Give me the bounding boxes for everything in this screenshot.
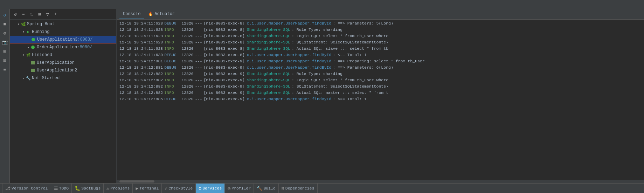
log-time: 12-18 18:24:12:881 — [119, 58, 163, 64]
log-level: INFO — [164, 71, 180, 77]
log-line: 12-18 18:24:11:628 DEBUG 12820 --- [nio-… — [117, 20, 644, 27]
tree-item-user-app2[interactable]: UserApplication2 — [10, 67, 116, 74]
tree-item-not-started[interactable]: 🔧 Not Started — [10, 74, 116, 82]
log-sep: --- — [195, 77, 202, 83]
action-restart[interactable]: ↺ — [1, 11, 9, 19]
log-class: ShardingSphere-SQL — [247, 77, 290, 83]
action-filter[interactable]: ⊞ — [1, 48, 9, 55]
tree-item-spring-boot[interactable]: 🌿 Spring Boot — [10, 20, 116, 28]
status-item-checkstyle[interactable]: ✓ CheckStyle — [162, 184, 196, 193]
toolbar-filter-btn[interactable]: ▽ — [44, 11, 51, 18]
log-line: 12-18 18:24:11:630 DEBUG 12820 --- [nio-… — [117, 52, 644, 58]
log-time: 12-18 18:24:12:885 — [119, 96, 163, 102]
spring-boot-label: Spring Boot — [27, 22, 55, 27]
log-level: DEBUG — [164, 52, 180, 58]
running-arrow — [21, 29, 26, 34]
scrollbar-thumb[interactable] — [119, 180, 154, 182]
log-sep: --- — [195, 96, 202, 102]
action-camera[interactable]: 📷 — [1, 39, 9, 46]
status-bar: ⎇ Version Control ☰ TODO 🐛 SpotBugs ⚠ Pr… — [0, 183, 644, 193]
tree-item-running[interactable]: ▶ Running — [10, 28, 116, 36]
status-item-version-control[interactable]: ⎇ Version Control — [2, 184, 51, 193]
status-item-terminal[interactable]: ▶ Terminal — [133, 184, 162, 193]
log-line: 12-18 18:24:11:628 INFO 12820 --- [nio-8… — [117, 27, 644, 33]
log-content: 12-18 18:24:11:628 DEBUG 12820 --- [nio-… — [117, 20, 644, 180]
horizontal-scrollbar[interactable] — [117, 180, 644, 183]
log-pid: 12820 — [181, 39, 194, 46]
not-started-icon: 🔧 — [26, 76, 31, 81]
log-pid: 12820 — [181, 83, 194, 90]
status-item-build[interactable]: 🔨 Build — [254, 184, 279, 193]
order-app-arrow — [26, 45, 31, 50]
log-thread: [nio-8083-exec-9] — [203, 83, 244, 90]
log-line: 12-18 18:24:11:628 INFO 12820 --- [nio-8… — [117, 46, 644, 52]
terminal-status-label: Terminal — [139, 186, 159, 191]
log-thread: [nio-8083-exec-9] — [203, 64, 244, 71]
status-item-services[interactable]: ⚙ Services — [196, 184, 225, 193]
log-level: INFO — [164, 33, 180, 39]
log-line: 12-18 18:24:11:628 INFO 12820 --- [nio-8… — [117, 33, 644, 39]
tree-item-user-app[interactable]: UserApplication — [10, 59, 116, 67]
status-item-profiler[interactable]: ◎ Profiler — [225, 184, 254, 193]
spotbugs-status-label: SpotBugs — [81, 186, 101, 191]
title-bar — [0, 0, 644, 9]
user-app3-icon — [31, 37, 36, 42]
log-sep: --- — [195, 90, 202, 96]
log-sep: --- — [195, 33, 202, 39]
log-message: : <== Total: 1 — [333, 52, 367, 58]
log-level: INFO — [164, 27, 180, 33]
spotbugs-status-icon: 🐛 — [75, 186, 80, 191]
log-pid: 12820 — [181, 20, 194, 27]
log-line: 12-18 18:24:11:628 INFO 12820 --- [nio-8… — [117, 39, 644, 46]
log-level: DEBUG — [164, 58, 180, 64]
log-pid: 12820 — [181, 64, 194, 71]
toolbar-restart-btn[interactable]: ↺ — [12, 11, 19, 18]
log-time: 12-18 18:24:11:630 — [119, 52, 163, 58]
action-settings[interactable]: ⚙ — [1, 29, 9, 37]
order-app-label: OrderApplication — [37, 45, 77, 50]
status-item-dependencies[interactable]: ≋ Dependencies — [279, 184, 318, 193]
log-thread: [nio-8083-exec-9] — [203, 77, 244, 83]
services-status-icon: ⚙ — [199, 186, 201, 191]
log-sep: --- — [195, 83, 202, 90]
log-message: : ==> Preparing: select * from tb_user — [333, 58, 424, 64]
log-message: : Actual SQL: slave ::: select * from tb — [292, 46, 388, 52]
profiler-status-icon: ◎ — [228, 186, 230, 191]
toolbar-collapse-btn[interactable]: ≡ — [20, 11, 27, 18]
toolbar-group-btn[interactable]: ⊞ — [36, 11, 43, 18]
tree-item-order-app[interactable]: OrderApplication :8080/ — [10, 43, 116, 51]
log-sep: --- — [195, 64, 202, 71]
spring-boot-arrow — [16, 22, 21, 27]
toolbar-sort-btn[interactable]: ⇅ — [28, 11, 35, 18]
user-app3-label: UserApplication3 — [37, 37, 77, 42]
log-class: c.i.user.mapper.UserMapper.findById — [247, 52, 332, 58]
log-class: c.i.user.mapper.UserMapper.findById — [247, 58, 332, 64]
status-item-todo[interactable]: ☰ TODO — [51, 184, 72, 193]
status-item-problems[interactable]: ⚠ Problems — [104, 184, 133, 193]
finished-label: Finished — [32, 53, 52, 57]
action-deploy[interactable]: ⊟ — [1, 57, 9, 64]
log-time: 12-18 18:24:11:628 — [119, 33, 163, 39]
tree-item-user-app3[interactable]: UserApplication3 :8083/ — [10, 36, 116, 43]
log-time: 12-18 18:24:12:882 — [119, 90, 163, 96]
tab-actuator[interactable]: 🔥 Actuator — [145, 9, 178, 19]
tree-item-finished[interactable]: 🌿 Finished — [10, 51, 116, 59]
services-status-label: Services — [202, 186, 222, 191]
log-message: : SQLStatement: SelectSQLStatementConte› — [292, 39, 388, 46]
user-app2-icon — [31, 68, 36, 73]
main-area: ↺ ■ ⚙ 📷 ⊞ ⊟ ≡ ↺ ≡ ⇅ ⊞ ▽ + 🌿 Spring Boot — [0, 9, 644, 183]
log-line: 12-18 18:24:12:881 DEBUG 12820 --- [nio-… — [117, 58, 644, 64]
log-message: : Actual SQL: master ::: select * from t — [292, 90, 388, 96]
toolbar-add-btn[interactable]: + — [52, 11, 59, 18]
action-list[interactable]: ≡ — [1, 66, 9, 74]
build-status-icon: 🔨 — [257, 186, 262, 191]
action-stop[interactable]: ■ — [1, 20, 9, 28]
log-sep: --- — [195, 58, 202, 64]
status-item-spotbugs[interactable]: 🐛 SpotBugs — [72, 184, 104, 193]
log-message: : Rule Type: sharding — [292, 71, 342, 77]
log-thread: [nio-8083-exec-8] — [203, 33, 244, 39]
service-tree: 🌿 Spring Boot ▶ Running UserApplication3… — [10, 20, 116, 183]
checkstyle-status-label: CheckStyle — [168, 186, 193, 191]
log-class: c.i.user.mapper.UserMapper.findById — [247, 20, 332, 27]
tab-console[interactable]: Console — [119, 9, 144, 19]
